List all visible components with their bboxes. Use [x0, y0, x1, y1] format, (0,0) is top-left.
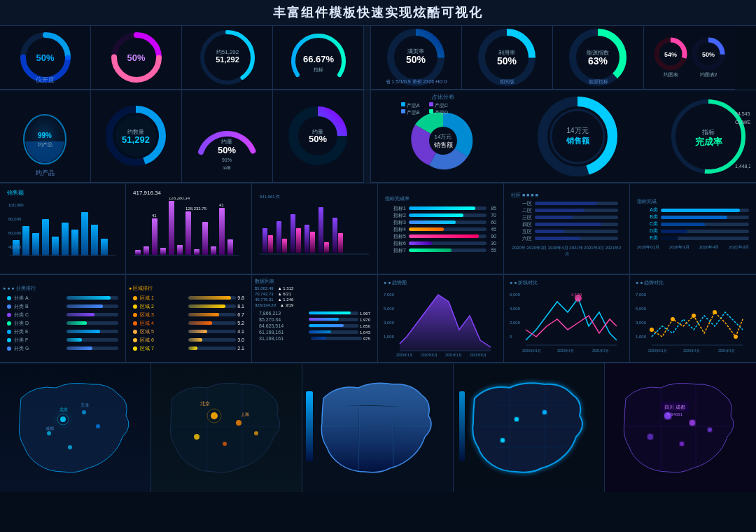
- svg-point-153: [60, 416, 66, 422]
- svg-point-173: [542, 410, 547, 414]
- divider-2: [364, 90, 371, 183]
- svg-point-144: [650, 328, 654, 332]
- svg-point-178: [648, 434, 653, 440]
- tr1-4: 分类 D: [3, 319, 122, 328]
- chart-r4-1-content: ● ● ● 分类排行 分类 A 分类 B 分类 C 分类 D: [3, 285, 122, 353]
- svg-rect-118: [338, 233, 343, 253]
- svg-text:4,100: 4,100: [571, 293, 582, 297]
- mr3: 84,625,514 1.850: [255, 323, 374, 329]
- svg-text:2020年01月: 2020年01月: [522, 349, 541, 353]
- ticker-dot: [133, 338, 137, 342]
- svg-text:2,000: 2,000: [510, 321, 521, 325]
- ticker-dot: [133, 296, 137, 300]
- svg-point-167: [223, 442, 227, 446]
- svg-text:50%: 50%: [218, 145, 236, 155]
- gauge-cell-4: 66.67% 指标: [273, 26, 364, 90]
- svg-text:上海: 上海: [241, 412, 249, 416]
- svg-text:128,280.34: 128,280.34: [169, 197, 190, 200]
- donut-5-wrap: 50% 约图表2: [691, 36, 726, 78]
- dhbar-1: A类: [637, 206, 749, 214]
- chart-r4-2-content: ● 区域排行 区域 1 9.8 区域 2 8.1 区域 3 6.7: [129, 285, 248, 353]
- svg-text:2021年3月: 2021年3月: [592, 349, 609, 353]
- svg-rect-90: [135, 250, 141, 255]
- svg-text:5,000: 5,000: [636, 307, 647, 311]
- donut-3-sublabel: 能源指标: [589, 78, 608, 85]
- svg-text:99%: 99%: [38, 132, 52, 139]
- svg-rect-113: [304, 225, 309, 253]
- svg-rect-93: [160, 248, 166, 255]
- shbar-3: 三区: [511, 214, 622, 221]
- svg-point-174: [500, 438, 505, 442]
- svg-text:2020年01月: 2020年01月: [648, 349, 667, 353]
- svg-rect-101: [227, 239, 233, 255]
- gauge-1-label: 仪开度: [36, 76, 55, 85]
- gauge-cell-2: 50%: [91, 26, 182, 90]
- chart-r4-3-content: 数据列表 $1,002.49▲ 1.312 70,742.73▲ 6/21 40…: [255, 278, 374, 342]
- svg-point-157: [68, 445, 72, 449]
- map-cell-1: 北京 天津 成都: [0, 363, 151, 492]
- svg-point-163: [211, 412, 218, 419]
- svg-text:63%: 63%: [588, 55, 608, 66]
- chart-r3-6-content: 指标完成 A类 B类 C类 D类 E类 2020年01月20: [633, 197, 753, 252]
- ticker-dot: [7, 296, 11, 300]
- mr5: 31,168,161 975: [255, 335, 374, 342]
- svg-rect-114: [310, 232, 315, 253]
- gauge-cell-r2-3: 约量 50% 91% 油量: [182, 90, 273, 183]
- svg-rect-99: [211, 246, 216, 255]
- svg-text:41: 41: [152, 214, 157, 218]
- hbar-row-4: 指标4 45: [385, 226, 496, 233]
- donut-1-sublabel: 省 1.5/1/0.9 单价 2326 HO 0: [386, 78, 447, 85]
- hbar-row-2: 指标2 70: [385, 212, 496, 219]
- shbar-4: 四区: [511, 221, 622, 228]
- svg-text:41: 41: [219, 203, 224, 207]
- chart-r3-4-content: 指标完成率 指标1 85 指标2 70 指标3 60 指标4 45: [381, 192, 500, 257]
- svg-text:北京: 北京: [200, 401, 210, 406]
- row1-gauges: 50% 仪开度 50% 约51,292 51,292: [0, 26, 756, 90]
- donut-cell-2: 利用率 50% 期间版: [462, 26, 553, 90]
- svg-text:54,545,35: 54,545,35: [735, 111, 750, 116]
- svg-rect-109: [276, 221, 281, 253]
- svg-point-146: [692, 314, 696, 318]
- svg-rect-80: [62, 223, 69, 255]
- hbar-row-7: 指标7 55: [385, 247, 496, 254]
- svg-text:产品A: 产品A: [407, 103, 420, 108]
- svg-rect-96: [186, 211, 191, 255]
- or7: 区域 7 2.1: [129, 344, 248, 353]
- hbar-row-3: 指标3 60: [385, 219, 496, 226]
- svg-text:约量: 约量: [221, 139, 232, 145]
- ticker-dot: [133, 313, 137, 317]
- svg-rect-94: [169, 201, 174, 255]
- tr1-7: 分类 G: [3, 344, 122, 353]
- svg-text:60,000: 60,000: [8, 231, 22, 235]
- chart-r3-1-title: 销售额: [3, 189, 122, 197]
- donut-cell-1: 满页率 50% 省 1.5/1/0.9 单价 2326 HO 0: [371, 26, 462, 90]
- svg-rect-98: [202, 222, 208, 255]
- svg-text:14万元: 14万元: [434, 134, 451, 140]
- svg-text:1,000: 1,000: [384, 335, 395, 339]
- svg-text:50%: 50%: [406, 54, 426, 65]
- svg-rect-175: [459, 391, 465, 461]
- donut-cell-3: 能源指数 63% 能源指标: [553, 26, 644, 90]
- or5: 区域 5 4.1: [129, 328, 248, 336]
- gauge-4: 66.67% 指标: [287, 26, 350, 89]
- svg-text:产品C: 产品C: [435, 103, 448, 108]
- chart-r4-4: ● ● 趋势图 7,000 5,000 3,000 1,000 2020年1月 …: [378, 275, 504, 363]
- chart-r4-3: 数据列表 $1,002.49▲ 1.312 70,742.73▲ 6/21 40…: [252, 275, 378, 363]
- svg-text:3,000: 3,000: [636, 321, 647, 325]
- dhbar-5: E类: [637, 234, 749, 241]
- svg-text:2020年4月: 2020年4月: [557, 349, 574, 353]
- svg-text:51,292: 51,292: [216, 55, 239, 64]
- chart-r4-6-title: ● ● 趋势对比: [633, 279, 753, 286]
- map-cell-5: 四川 成都 ¥-34091: [605, 363, 756, 492]
- svg-text:50%: 50%: [702, 51, 715, 58]
- gauge-cell-r2-2: 约数量 51,292: [91, 90, 182, 183]
- hbar-row-5: 指标5 90: [385, 233, 496, 240]
- svg-text:指标: 指标: [313, 67, 323, 72]
- row3-charts: 销售额 100,000 80,000 60,000: [0, 183, 756, 275]
- mr1: 7,866,213 1.967: [255, 310, 374, 316]
- donut-2-sublabel: 期间版: [500, 78, 514, 85]
- donut-4-label: 约图表: [664, 71, 678, 78]
- svg-rect-91: [144, 246, 149, 255]
- svg-text:1,448,203: 1,448,203: [735, 164, 750, 169]
- svg-text:销售额: 销售额: [565, 136, 589, 145]
